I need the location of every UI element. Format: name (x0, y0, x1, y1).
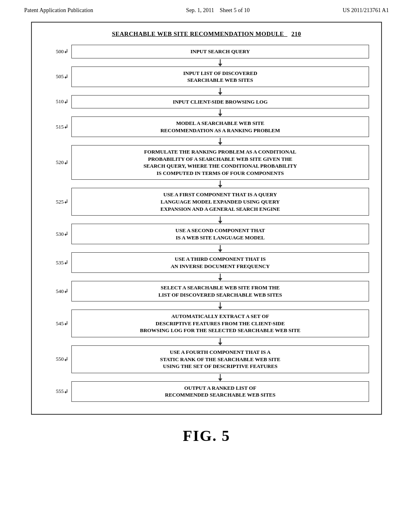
arrow-510-515 (44, 108, 369, 116)
arrow-540-545 (44, 301, 369, 310)
page-header: Patent Application Publication Sep. 1, 2… (0, 0, 413, 18)
arrow-545-550 (44, 337, 369, 345)
flowchart: SEARCHABLE WEB SITE RECOMMENDATION MODUL… (31, 22, 382, 415)
step-row-540: 540 ↲ SELECT A SEARCHABLE WEB SITE FROM … (44, 281, 369, 301)
header-left: Patent Application Publication (24, 7, 93, 14)
arrow-500-505 (44, 58, 369, 66)
step-row-555: 555 ↲ OUTPUT A RANKED LIST OFRECOMMENDED… (44, 381, 369, 402)
step-row-520: 520 ↲ FORMULATE THE RANKING PROBLEM AS A… (44, 145, 369, 180)
arrow-520-525 (44, 180, 369, 188)
step-row-500: 500 ↲ INPUT SEARCH QUERY (44, 45, 369, 58)
arrow-505-510 (44, 87, 369, 95)
arrow-535-540 (44, 273, 369, 281)
step-row-515: 515 ↲ MODEL A SEARCHABLE WEB SITERECOMME… (44, 116, 369, 137)
fig-label: FIG. 5 (24, 427, 389, 445)
main-content: SEARCHABLE WEB SITE RECOMMENDATION MODUL… (0, 18, 413, 453)
step-box-500: INPUT SEARCH QUERY (71, 45, 369, 58)
step-label-500: 500 ↲ (44, 48, 71, 55)
step-row-510: 510 ↲ INPUT CLIENT-SIDE BROWSING LOG (44, 95, 369, 109)
arrow-515-520 (44, 137, 369, 145)
arrow-525-530 (44, 216, 369, 224)
step-row-525: 525 ↲ USE A FIRST COMPONENT THAT IS A QU… (44, 188, 369, 216)
curve-arrow-500: ↲ (64, 48, 69, 55)
arrow-550-555 (44, 373, 369, 381)
step-row-550: 550 ↲ USE A FOURTH COMPONENT THAT IS AST… (44, 345, 369, 373)
step-row-530: 530 ↲ USE A SECOND COMPONENT THATIS A WE… (44, 224, 369, 244)
step-row-505: 505 ↲ INPUT LIST OF DISCOVEREDSEARCHABLE… (44, 66, 369, 87)
flowchart-title: SEARCHABLE WEB SITE RECOMMENDATION MODUL… (44, 31, 369, 37)
header-right: US 2011/213761 A1 (342, 7, 389, 14)
step-row-545: 545 ↲ AUTOMATICALLY EXTRACT A SET OFDESC… (44, 310, 369, 337)
arrow-530-535 (44, 244, 369, 252)
step-row-535: 535 ↲ USE A THIRD COMPONENT THAT ISAN IN… (44, 252, 369, 273)
header-center: Sep. 1, 2011 Sheet 5 of 10 (186, 7, 250, 14)
